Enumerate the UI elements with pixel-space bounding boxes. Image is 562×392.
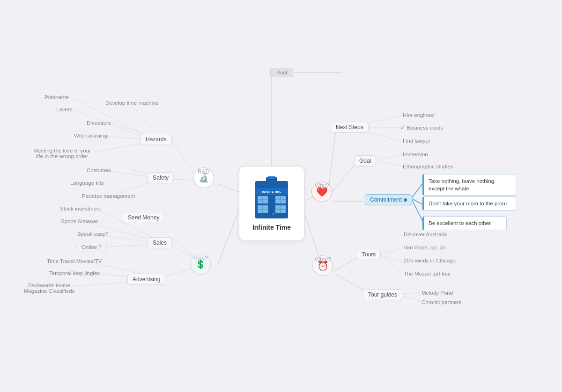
chronic-node[interactable]: Chronic partners bbox=[417, 298, 466, 307]
rd-branch: 🔬 R&D bbox=[198, 167, 209, 174]
central-node[interactable]: INFINITE TIME Infinite Time bbox=[239, 166, 304, 241]
root-node[interactable]: Root bbox=[270, 68, 293, 77]
svg-line-4 bbox=[172, 142, 197, 178]
what-label: What? bbox=[315, 256, 331, 263]
paradox-node[interactable]: Paradox management bbox=[77, 191, 140, 201]
how-branch: 💲 How? bbox=[193, 254, 208, 261]
svg-point-64 bbox=[273, 213, 274, 214]
what-branch: ⏰ What? bbox=[315, 255, 331, 262]
business-cards-node[interactable]: Business cards bbox=[396, 123, 448, 133]
svg-line-6 bbox=[131, 104, 159, 138]
time-travel-movies-node[interactable]: Time Travel Movies/TV bbox=[42, 256, 106, 266]
central-label: Infinite Time bbox=[252, 224, 291, 231]
why-branch: ❤️ Why? bbox=[315, 181, 329, 188]
goal-node[interactable]: Goal bbox=[354, 155, 376, 167]
tour-guides-node[interactable]: Tour guides bbox=[363, 289, 402, 300]
svg-line-36 bbox=[412, 200, 422, 221]
svg-rect-48 bbox=[268, 176, 275, 179]
commitment-dot bbox=[404, 198, 407, 202]
witch-burning-node[interactable]: Witch-burning bbox=[69, 131, 112, 140]
immersion-node[interactable]: Immersion bbox=[398, 150, 433, 159]
svg-line-34 bbox=[412, 184, 422, 197]
temporal-loop-node[interactable]: Temporal loop jingles bbox=[44, 269, 104, 278]
levers-node[interactable]: Levers bbox=[52, 105, 77, 114]
svg-line-35 bbox=[412, 199, 422, 204]
hazards-node[interactable]: Hazards bbox=[140, 134, 172, 145]
advertising-node[interactable]: Advertising bbox=[127, 274, 165, 285]
mozart-node[interactable]: The Mozart tart tour bbox=[399, 269, 456, 278]
costumes-node[interactable]: Costumes bbox=[82, 166, 116, 175]
ethnographic-node[interactable]: Ethnographic studies bbox=[398, 162, 458, 171]
sales-node[interactable]: Sales bbox=[148, 237, 172, 248]
business-cards-label: Business cards bbox=[400, 125, 443, 131]
develop-time-machine-node[interactable]: Develop time machine bbox=[101, 98, 163, 108]
commitment-label: Commitment bbox=[370, 196, 402, 203]
plattnerite-node[interactable]: Plattnerite bbox=[40, 93, 74, 102]
commitment-node[interactable]: Commitment bbox=[365, 194, 412, 205]
commitment-child-2[interactable]: Don't take your mom to the prom bbox=[422, 196, 516, 211]
commitment-child-3[interactable]: Be excellent to each other bbox=[422, 216, 507, 230]
svg-text:INFINITE TIME: INFINITE TIME bbox=[262, 190, 281, 193]
melody-node[interactable]: Melody Pond bbox=[417, 288, 458, 298]
almanac-node[interactable]: Sports Almanac bbox=[56, 217, 104, 226]
meeting-node[interactable]: Meeting the love of your life in the wro… bbox=[26, 146, 98, 161]
van-gogh-node[interactable]: Van Gogh, go, go bbox=[399, 243, 450, 252]
speak-easy-node[interactable]: Speak easy? bbox=[73, 229, 113, 239]
stock-node[interactable]: Stock investment bbox=[55, 204, 106, 213]
language-kits-node[interactable]: Language kits bbox=[66, 178, 109, 188]
backwards-node[interactable]: Backwards Home Magazine Classifieds bbox=[12, 281, 87, 296]
online-node[interactable]: Online ? bbox=[76, 242, 107, 252]
seed-money-node[interactable]: Seed Money bbox=[123, 212, 164, 223]
svg-line-28 bbox=[329, 161, 358, 196]
svg-line-2 bbox=[217, 184, 239, 192]
dinosaurs-node[interactable]: Dinosaurs bbox=[82, 118, 116, 128]
mind-map-canvas: Root INFINITE TIME bbox=[0, 0, 562, 392]
hire-engineer-node[interactable]: Hire engineer bbox=[398, 110, 440, 120]
discover-node[interactable]: Discover Australia bbox=[399, 230, 451, 239]
safety-node[interactable]: Safety bbox=[148, 172, 174, 183]
svg-line-3 bbox=[217, 211, 239, 265]
next-steps-node[interactable]: Next Steps bbox=[331, 122, 369, 133]
find-lawyer-node[interactable]: Find lawyer bbox=[398, 136, 435, 145]
svg-line-5 bbox=[172, 179, 197, 180]
chicago-node[interactable]: 20's winds in Chicago bbox=[399, 256, 460, 265]
commitment-child-1[interactable]: Take nothing, leave nothing. except the … bbox=[422, 174, 516, 196]
how-label: How? bbox=[193, 255, 208, 261]
tours-node[interactable]: Tours bbox=[357, 249, 381, 260]
rd-label: R&D bbox=[198, 168, 209, 175]
why-label: Why? bbox=[315, 182, 329, 189]
tardis-icon: INFINITE TIME bbox=[253, 176, 290, 221]
